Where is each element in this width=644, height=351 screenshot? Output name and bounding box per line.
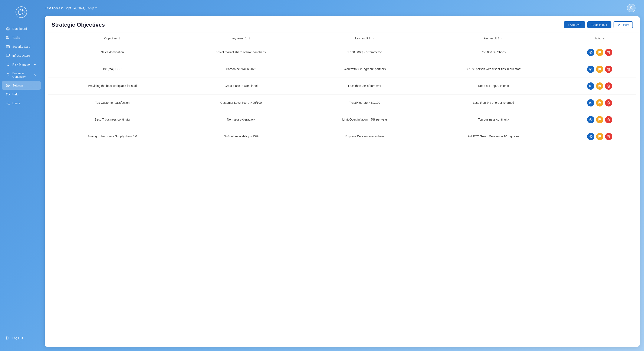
- avatar-button[interactable]: [627, 4, 636, 12]
- view-button[interactable]: [587, 66, 594, 73]
- col-objective[interactable]: Objective ⇕: [48, 33, 176, 44]
- users-icon: [6, 102, 10, 105]
- sidebar-item-business-continuity[interactable]: Business Continuity: [2, 69, 41, 81]
- svg-point-27: [590, 86, 591, 86]
- col-key2[interactable]: key result 2 ⇕: [306, 33, 424, 44]
- filter-icon: [618, 24, 620, 26]
- svg-rect-5: [6, 36, 8, 37]
- svg-rect-13: [6, 54, 10, 56]
- eye-icon: [589, 51, 592, 54]
- shield-icon: [6, 62, 10, 66]
- svg-point-16: [8, 85, 8, 86]
- cell-key1: Carbon neutral in 2026: [176, 61, 306, 78]
- delete-button[interactable]: [605, 99, 612, 106]
- delete-button[interactable]: [605, 133, 612, 140]
- add-bulk-button[interactable]: + Add in Bulk: [587, 21, 611, 28]
- sidebar-item-dashboard-label: Dashboard: [12, 27, 27, 30]
- table-container: Objective ⇕ key result 1 ⇕ key result 2 …: [45, 33, 640, 347]
- delete-button[interactable]: [605, 116, 612, 123]
- svg-rect-11: [6, 46, 10, 48]
- help-icon: [6, 92, 10, 96]
- sort-key3-icon: ⇕: [501, 37, 503, 40]
- svg-marker-22: [618, 24, 620, 26]
- delete-button[interactable]: [605, 82, 612, 90]
- trash-icon: [607, 135, 610, 138]
- svg-point-17: [6, 93, 10, 96]
- cell-key2: Less than 3% of turnover: [306, 78, 424, 94]
- view-button[interactable]: [587, 82, 594, 90]
- sidebar-item-settings[interactable]: Settings: [2, 81, 41, 90]
- sidebar-item-users[interactable]: Users: [2, 99, 41, 108]
- eye-icon: [589, 101, 592, 104]
- cell-objective: Providing the best workplace for staff: [48, 78, 176, 94]
- logout-button[interactable]: Log Out: [2, 334, 41, 342]
- filters-button[interactable]: Filters: [614, 21, 633, 28]
- svg-rect-6: [6, 38, 8, 39]
- sidebar-item-users-label: Users: [12, 102, 20, 105]
- flag-icon: [598, 51, 602, 54]
- settings-icon: [6, 84, 10, 87]
- cell-key3: Top business continuity: [424, 112, 563, 128]
- sidebar-item-help-label: Help: [12, 93, 18, 96]
- flag-button[interactable]: [596, 82, 603, 90]
- view-button[interactable]: [587, 99, 594, 106]
- sort-key2-icon: ⇕: [372, 37, 374, 40]
- sidebar: Dashboard Tasks Security Card Infrastruc…: [0, 0, 42, 351]
- sidebar-item-risk-manager[interactable]: Risk Manager: [2, 60, 41, 69]
- cell-key3: > 10% person with disabilities in our st…: [424, 61, 563, 78]
- view-button[interactable]: [587, 133, 594, 140]
- cell-key2: 1 000 000 $ - eCommerce: [306, 44, 424, 61]
- flag-icon: [598, 68, 602, 71]
- flag-button[interactable]: [596, 133, 603, 140]
- sidebar-item-infrastructure[interactable]: Infrastructure: [2, 51, 41, 60]
- cell-actions: [563, 78, 636, 94]
- user-icon: [629, 6, 634, 10]
- sidebar-item-tasks-label: Tasks: [12, 36, 20, 40]
- filters-label: Filters: [622, 23, 629, 26]
- credit-card-icon: [6, 45, 10, 48]
- logout-label: Log Out: [12, 336, 23, 340]
- delete-button[interactable]: [605, 49, 612, 56]
- cell-actions: [563, 112, 636, 128]
- last-access-info: Last Access: Sept. 24, 2024, 5:50 p.m.: [45, 6, 98, 10]
- sidebar-item-help[interactable]: Help: [2, 90, 41, 98]
- main-content: Last Access: Sept. 24, 2024, 5:50 p.m. S…: [42, 0, 644, 351]
- eye-icon: [589, 118, 592, 122]
- view-button[interactable]: [587, 49, 594, 56]
- logo-circle: [16, 6, 27, 18]
- col-key1[interactable]: key result 1 ⇕: [176, 33, 306, 44]
- view-button[interactable]: [587, 116, 594, 123]
- sidebar-item-settings-label: Settings: [12, 84, 23, 87]
- cell-key3: Full B2C Green Delivery in 10 big cities: [424, 128, 563, 145]
- chevron-down-icon-2: [34, 74, 37, 76]
- table-row: Best IT business continuityNo major cybe…: [48, 112, 636, 128]
- cell-key2: Work with > 20 "green" partners: [306, 61, 424, 78]
- flag-button[interactable]: [596, 66, 603, 73]
- delete-button[interactable]: [605, 66, 612, 73]
- flag-button[interactable]: [596, 116, 603, 123]
- cell-key1: Customer Love Score > 95/100: [176, 94, 306, 112]
- flag-button[interactable]: [596, 49, 603, 56]
- sidebar-item-security-card[interactable]: Security Card: [2, 42, 41, 51]
- flag-icon: [598, 101, 602, 104]
- cell-actions: [563, 128, 636, 145]
- cell-key1: Great place to work label: [176, 78, 306, 94]
- sidebar-item-business-continuity-label: Business Continuity: [12, 72, 31, 78]
- sidebar-item-security-card-label: Security Card: [12, 45, 30, 48]
- col-key3[interactable]: key result 3 ⇕: [424, 33, 563, 44]
- sidebar-item-dashboard[interactable]: Dashboard: [2, 24, 41, 33]
- sidebar-item-risk-manager-label: Risk Manager: [12, 63, 31, 66]
- cell-actions: [563, 61, 636, 78]
- cell-objective: Sales domination: [48, 44, 176, 61]
- svg-point-33: [590, 136, 591, 137]
- table-row: Sales domination5% of market share of lu…: [48, 44, 636, 61]
- cell-key1: No major cyberattack: [176, 112, 306, 128]
- trash-icon: [607, 101, 610, 104]
- add-okr-button[interactable]: + Add OKR: [564, 21, 585, 28]
- cell-key3: 750 000 $ - Shops: [424, 44, 563, 61]
- trash-icon: [607, 84, 610, 88]
- cell-actions: [563, 44, 636, 61]
- flag-button[interactable]: [596, 99, 603, 106]
- eye-icon: [589, 135, 592, 138]
- sidebar-item-tasks[interactable]: Tasks: [2, 34, 41, 42]
